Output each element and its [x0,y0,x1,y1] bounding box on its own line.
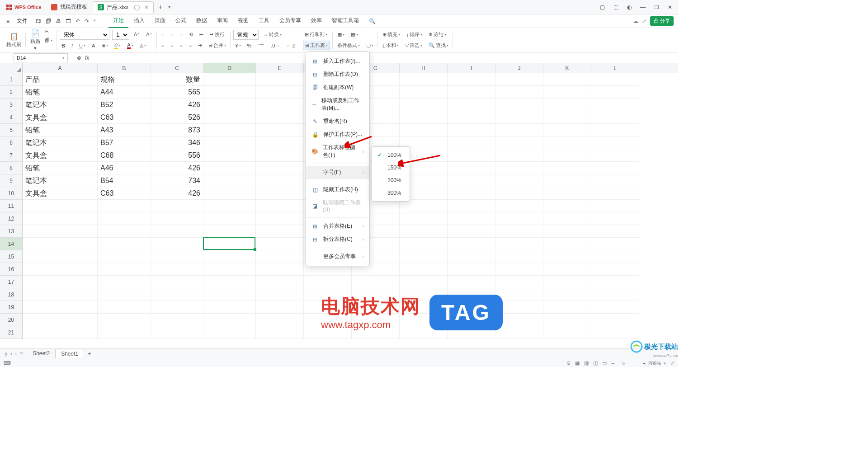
row-header-11[interactable]: 11 [0,200,23,212]
cell-E11[interactable] [256,200,304,212]
cell-A19[interactable] [23,301,98,314]
cell-K15[interactable] [543,250,591,263]
cell-E17[interactable] [256,276,304,288]
cell-D8[interactable] [203,162,256,174]
cell-L4[interactable] [591,111,639,124]
search-icon[interactable]: 🔍 [369,18,376,24]
cancel-fx-icon[interactable]: ⊗ [77,55,81,61]
col-header-A[interactable]: A [23,63,98,73]
zoom-in-button[interactable]: + [642,361,645,366]
cell-J3[interactable] [495,99,543,111]
dec-inc-button[interactable]: .0→ [269,42,282,49]
convert-button[interactable]: ↔转换▾ [261,30,283,39]
cell-H11[interactable] [400,200,448,212]
tab-comment-icon[interactable]: ◯ [134,4,140,10]
percent-button[interactable]: % [245,42,254,49]
cell-A18[interactable] [23,288,98,301]
row-header-2[interactable]: 2 [0,86,23,99]
italic-button[interactable]: I [70,42,75,49]
cell-J6[interactable] [495,136,543,149]
number-format-select[interactable]: 常规 [233,30,259,40]
cell-C1[interactable]: 数量 [151,73,203,86]
view-reading-icon[interactable]: ▭ [602,360,607,366]
cell-K12[interactable] [543,212,591,225]
cell-K18[interactable] [543,288,591,301]
cell-C9[interactable]: 734 [151,174,203,187]
cell-L13[interactable] [591,225,639,238]
cell-L14[interactable] [591,238,639,250]
cell-I15[interactable] [448,250,495,263]
indent-inc-button[interactable]: ⇥ [196,42,204,49]
menu-item-8[interactable]: ◫隐藏工作表(H) [306,183,369,196]
cell-J18[interactable] [495,288,543,301]
row-header-10[interactable]: 10 [0,187,23,200]
expand-icon[interactable]: ⤢ [642,18,646,24]
menu-tab-视图[interactable]: 视图 [233,14,253,28]
cell-C12[interactable] [151,212,203,225]
avatar-icon[interactable]: ◐ [626,4,633,10]
cell-D6[interactable] [203,136,256,149]
justify-button[interactable]: ≡ [187,42,193,49]
cell-D3[interactable] [203,99,256,111]
cell-H5[interactable] [400,124,448,136]
cell-D2[interactable] [203,86,256,99]
row-header-8[interactable]: 8 [0,162,23,174]
cell-D12[interactable] [203,212,256,225]
indent-dec-button[interactable]: ⇤ [198,31,205,38]
menu-item-12[interactable]: 更多会员专享› [306,250,369,263]
cell-J4[interactable] [495,111,543,124]
cell-B3[interactable]: B52 [98,99,151,111]
cut-button[interactable]: ✂ [43,28,54,36]
cell-I16[interactable] [448,263,495,276]
cell-H2[interactable] [400,86,448,99]
cell-K7[interactable] [543,149,591,162]
wrap-button[interactable]: ↵换行 [208,30,226,39]
cell-K5[interactable] [543,124,591,136]
cell-E18[interactable] [256,288,304,301]
cell-D9[interactable] [203,174,256,187]
cell-D21[interactable] [203,326,256,339]
cell-C7[interactable]: 556 [151,149,203,162]
add-sheet-button[interactable]: + [84,351,94,357]
cell-B1[interactable]: 规格 [98,73,151,86]
menu-item-7[interactable]: 字号(F)› [306,166,369,179]
cell-E12[interactable] [256,212,304,225]
cell-L11[interactable] [591,200,639,212]
menu-item-2[interactable]: 🗐创建副本(W) [306,81,369,94]
cell-B4[interactable]: C63 [98,111,151,124]
cell-H17[interactable] [400,276,448,288]
cell-K14[interactable] [543,238,591,250]
cell-L1[interactable] [591,73,639,86]
cell-L9[interactable] [591,174,639,187]
cell-L8[interactable] [591,162,639,174]
menu-tab-公式[interactable]: 公式 [171,14,191,28]
cell-E20[interactable] [256,314,304,326]
cell-C14[interactable] [151,238,203,250]
cell-J1[interactable] [495,73,543,86]
cell-L17[interactable] [591,276,639,288]
cell-K3[interactable] [543,99,591,111]
cell-L21[interactable] [591,326,639,339]
cell-B18[interactable] [98,288,151,301]
minimize-button[interactable]: — [639,4,646,10]
doc-tab-active[interactable]: S 产品.xlsx ◯ ✕ [93,1,154,13]
menu-item-3[interactable]: ↔移动或复制工作表(M)... [306,94,369,115]
cell-K1[interactable] [543,73,591,86]
cell-H1[interactable] [400,73,448,86]
col-header-J[interactable]: J [495,63,543,73]
table-style1-button[interactable]: ▦▾ [335,31,346,38]
cell-A13[interactable] [23,225,98,238]
menu-tab-页面[interactable]: 页面 [150,14,170,28]
cell-C21[interactable] [151,326,203,339]
sheet-nav-list[interactable]: ≡ [19,351,23,357]
cell-H16[interactable] [400,263,448,276]
decrease-font-button[interactable]: A⁻ [144,31,154,38]
cell-I13[interactable] [448,225,495,238]
cell-D7[interactable] [203,149,256,162]
cell-A21[interactable] [23,326,98,339]
name-box[interactable]: D14▾ [14,53,68,62]
cell-K13[interactable] [543,225,591,238]
increase-font-button[interactable]: A⁺ [132,31,142,38]
cell-A8[interactable]: 铅笔 [23,162,98,174]
cell-A4[interactable]: 文具盒 [23,111,98,124]
